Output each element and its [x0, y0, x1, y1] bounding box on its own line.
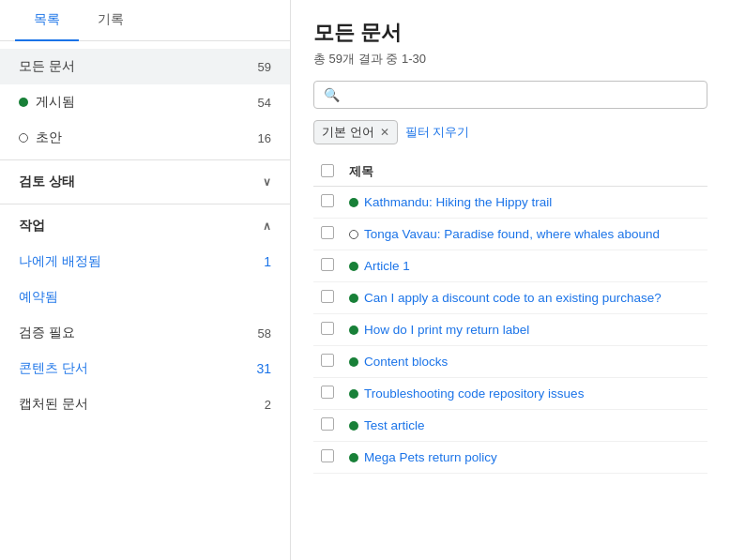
published-label: 게시됨 — [36, 94, 75, 111]
published-status-dot — [349, 389, 358, 399]
article-row-inner: Article 1 — [349, 259, 700, 273]
sidebar-item-published[interactable]: 게시됨 54 — [0, 84, 290, 120]
draft-dot — [19, 133, 28, 143]
main-content: 모든 문서 총 59개 결과 중 1-30 🔍 기본 언어 ✕ 필터 지우기 제… — [291, 0, 730, 560]
draft-status-dot — [349, 230, 358, 239]
sidebar-item-reserved[interactable]: 예약됨 — [0, 280, 290, 315]
verify-label: 검증 필요 — [19, 325, 75, 341]
article-title-link[interactable]: Mega Pets return policy — [364, 450, 497, 464]
select-all-checkbox[interactable] — [321, 164, 334, 177]
row-checkbox-cell — [313, 282, 342, 314]
row-checkbox[interactable] — [321, 322, 334, 335]
table-row: Article 1 — [313, 250, 707, 282]
all-docs-label: 모든 문서 — [19, 58, 75, 75]
filter-tag-label: 기본 언어 — [322, 124, 374, 141]
row-checkbox[interactable] — [321, 386, 334, 399]
row-checkbox-cell — [313, 346, 342, 378]
article-title-link[interactable]: Article 1 — [364, 259, 410, 273]
table-row: Content blocks — [313, 346, 707, 378]
table-row: Kathmandu: Hiking the Hippy trail — [313, 187, 707, 219]
published-status-dot — [349, 453, 358, 462]
published-dot — [19, 98, 28, 107]
page-title: 모든 문서 — [313, 19, 707, 47]
work-label: 작업 — [19, 218, 45, 235]
table-row: Tonga Vavau: Paradise found, where whale… — [313, 219, 707, 250]
filter-tag-language[interactable]: 기본 언어 ✕ — [313, 120, 398, 144]
article-title-cell: How do I print my return label — [342, 314, 707, 346]
article-table: 제목 Kathmandu: Hiking the Hippy trailTong… — [313, 158, 707, 474]
article-row-inner: Test article — [349, 418, 700, 432]
row-checkbox[interactable] — [321, 194, 334, 207]
article-row-inner: Tonga Vavau: Paradise found, where whale… — [349, 227, 700, 241]
sidebar-item-captured[interactable]: 캡처된 문서 2 — [0, 386, 290, 422]
published-status-dot — [349, 294, 358, 303]
close-icon[interactable]: ✕ — [380, 126, 389, 139]
article-title-cell: Mega Pets return policy — [342, 442, 707, 474]
sidebar-item-draft[interactable]: 초안 16 — [0, 120, 290, 156]
table-row: Test article — [313, 410, 707, 442]
draft-count: 16 — [258, 131, 271, 145]
divider-2 — [0, 204, 290, 204]
published-count: 54 — [258, 96, 271, 110]
article-title-link[interactable]: How do I print my return label — [364, 323, 529, 337]
row-checkbox[interactable] — [321, 354, 334, 367]
article-row-inner: Mega Pets return policy — [349, 450, 700, 464]
draft-left: 초안 — [19, 129, 62, 146]
article-title-link[interactable]: Can I apply a discount code to an existi… — [364, 291, 662, 305]
captured-label: 캡처된 문서 — [19, 396, 88, 413]
published-status-dot — [349, 198, 358, 207]
article-title-link[interactable]: Troubleshooting code repository issues — [364, 386, 584, 401]
sidebar-item-verify[interactable]: 검증 필요 58 — [0, 315, 290, 351]
tab-history[interactable]: 기록 — [79, 0, 143, 41]
tab-list[interactable]: 목록 — [15, 0, 79, 41]
sidebar: 목록 기록 모든 문서 59 게시됨 54 초안 16 검토 상태 — [0, 0, 291, 560]
search-input[interactable] — [345, 87, 697, 102]
sidebar-item-assigned[interactable]: 나에게 배정됨 1 — [0, 244, 290, 280]
article-title-cell: Test article — [342, 410, 707, 442]
article-title-link[interactable]: Tonga Vavau: Paradise found, where whale… — [364, 227, 660, 241]
row-checkbox[interactable] — [321, 290, 334, 303]
row-checkbox[interactable] — [321, 226, 334, 239]
search-box[interactable]: 🔍 — [313, 81, 707, 109]
article-title-cell: Troubleshooting code repository issues — [342, 378, 707, 410]
tab-bar: 목록 기록 — [0, 0, 290, 41]
section-review-status[interactable]: 검토 상태 ∨ — [0, 164, 290, 200]
all-docs-count: 59 — [258, 60, 271, 74]
result-count: 총 59개 결과 중 1-30 — [313, 51, 707, 68]
sidebar-item-content-hint[interactable]: 콘텐츠 단서 31 — [0, 351, 290, 386]
draft-label: 초안 — [36, 129, 62, 146]
th-checkbox — [313, 158, 342, 187]
reserved-label: 예약됨 — [19, 289, 58, 306]
th-title: 제목 — [342, 158, 707, 187]
article-row-inner: Kathmandu: Hiking the Hippy trail — [349, 195, 700, 209]
assigned-label: 나에게 배정됨 — [19, 253, 101, 270]
filter-row: 기본 언어 ✕ 필터 지우기 — [313, 120, 707, 144]
row-checkbox[interactable] — [321, 258, 334, 271]
article-title-link[interactable]: Content blocks — [364, 355, 448, 369]
content-hint-count: 31 — [256, 361, 271, 376]
clear-filter-button[interactable]: 필터 지우기 — [405, 124, 470, 141]
table-row: Mega Pets return policy — [313, 442, 707, 474]
row-checkbox[interactable] — [321, 449, 334, 462]
section-work[interactable]: 작업 ∧ — [0, 208, 290, 244]
article-title-link[interactable]: Test article — [364, 418, 425, 432]
published-left: 게시됨 — [19, 94, 75, 111]
row-checkbox-cell — [313, 250, 342, 282]
article-row-inner: Can I apply a discount code to an existi… — [349, 291, 700, 305]
article-title-cell: Content blocks — [342, 346, 707, 378]
article-row-inner: How do I print my return label — [349, 323, 700, 337]
row-checkbox-cell — [313, 378, 342, 410]
sidebar-item-all-docs[interactable]: 모든 문서 59 — [0, 49, 290, 84]
article-title-cell: Can I apply a discount code to an existi… — [342, 282, 707, 314]
article-title-cell: Tonga Vavau: Paradise found, where whale… — [342, 219, 707, 250]
row-checkbox-cell — [313, 442, 342, 474]
row-checkbox[interactable] — [321, 417, 334, 431]
verify-count: 58 — [258, 326, 271, 341]
published-status-dot — [349, 421, 358, 431]
captured-count: 2 — [265, 398, 271, 412]
table-row: Troubleshooting code repository issues — [313, 378, 707, 410]
article-row-inner: Content blocks — [349, 355, 700, 369]
article-title-cell: Kathmandu: Hiking the Hippy trail — [342, 187, 707, 219]
article-title-link[interactable]: Kathmandu: Hiking the Hippy trail — [364, 195, 552, 209]
content-hint-label: 콘텐츠 단서 — [19, 360, 88, 377]
